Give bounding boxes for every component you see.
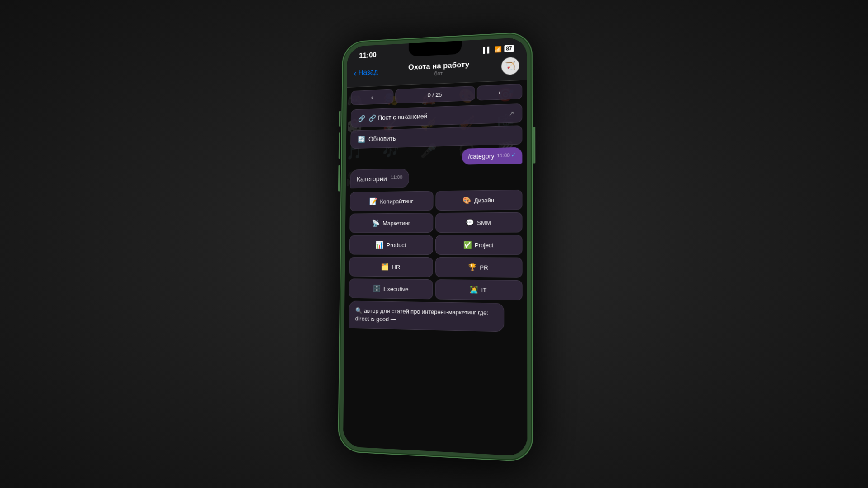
back-label: Назад (359, 68, 378, 77)
chat-area: ‹ 0 / 25 › 🔗 🔗 Пост с вакансией ↗ (343, 80, 527, 456)
bottom-message: 🔍 автор для статей про интернет-маркетин… (349, 301, 504, 332)
pr-icon: 🏆 (468, 263, 477, 271)
page-number: 0 / 25 (395, 86, 475, 103)
smm-icon: 💬 (466, 219, 474, 227)
chevron-left-icon: ‹ (354, 68, 356, 78)
external-link-icon: ↗ (509, 110, 514, 117)
signal-icon: ▌▌ (483, 46, 491, 53)
hr-icon: 🗂️ (381, 263, 390, 271)
user-message-text: /category (468, 152, 494, 160)
category-it[interactable]: 👩‍💻 IT (435, 279, 523, 300)
design-icon: 🎨 (463, 196, 472, 204)
update-button[interactable]: 🔄 Обновить (350, 125, 522, 149)
side-button-vol-down (338, 165, 340, 191)
post-label: 🔗 Пост с вакансией (369, 113, 428, 122)
category-marketing[interactable]: 📡 Маркетинг (349, 213, 433, 233)
user-message-time: 11:00 ✓ (497, 152, 516, 159)
avatar[interactable]: 🏹 (501, 56, 519, 75)
categories-time: 11:00 (391, 174, 403, 180)
category-design[interactable]: 🎨 Дизайн (435, 190, 523, 211)
link-icon: 🔗 (358, 115, 365, 122)
nav-center: Охота на работу бот (408, 60, 469, 78)
side-button-mute (339, 111, 340, 127)
update-button-content: 🔄 Обновить (358, 135, 396, 143)
check-icon: ✓ (511, 152, 516, 158)
project-icon: ✅ (463, 241, 472, 249)
search-icon: 🔍 (355, 307, 362, 314)
copywriting-label: Копирайтинг (380, 197, 413, 205)
status-icons: ▌▌ 📶 87 (483, 45, 514, 53)
message-time: 11:00 (497, 152, 510, 158)
categories-title: Категории (357, 175, 387, 183)
marketing-label: Маркетинг (382, 220, 410, 226)
battery-badge: 87 (504, 45, 514, 52)
categories-message: Категории 11:00 (350, 169, 409, 188)
pagination-row: ‹ 0 / 25 › (351, 84, 522, 105)
wifi-icon: 📶 (494, 46, 501, 53)
category-grid: 📝 Копирайтинг 🎨 Дизайн 📡 Маркетинг (349, 190, 523, 300)
chat-content: ‹ 0 / 25 › 🔗 🔗 Пост с вакансией ↗ (344, 80, 528, 336)
phone-frame: 11:00 ▌▌ 📶 87 ‹ Назад Охота на работу бо… (338, 32, 533, 462)
scene: 11:00 ▌▌ 📶 87 ‹ Назад Охота на работу бо… (0, 0, 868, 488)
category-hr[interactable]: 🗂️ HR (349, 257, 433, 277)
refresh-icon: 🔄 (358, 136, 365, 143)
post-vacancy-button[interactable]: 🔗 🔗 Пост с вакансией ↗ (351, 103, 523, 128)
product-label: Product (387, 242, 406, 249)
executive-label: Executive (383, 285, 408, 292)
category-project[interactable]: ✅ Project (435, 235, 522, 255)
design-label: Дизайн (474, 197, 494, 204)
hr-label: HR (392, 263, 400, 270)
side-button-vol-up (339, 132, 340, 159)
notch (409, 41, 462, 56)
prev-page-button[interactable]: ‹ (351, 89, 393, 105)
side-button-power (533, 127, 535, 163)
category-product[interactable]: 📊 Product (349, 235, 433, 255)
phone-screen: 11:00 ▌▌ 📶 87 ‹ Назад Охота на работу бо… (343, 37, 527, 456)
category-smm[interactable]: 💬 SMM (435, 212, 523, 233)
category-copywriting[interactable]: 📝 Копирайтинг (350, 191, 433, 211)
it-label: IT (481, 286, 487, 293)
bottom-message-text: автор для статей про интернет-маркетинг … (355, 307, 488, 323)
update-label: Обновить (368, 135, 396, 142)
executive-icon: 🗄️ (373, 285, 381, 293)
pr-label: PR (480, 264, 488, 271)
category-executive[interactable]: 🗄️ Executive (349, 278, 433, 299)
it-icon: 👩‍💻 (470, 286, 478, 294)
project-label: Project (475, 241, 493, 248)
user-message-category: /category 11:00 ✓ (462, 147, 522, 165)
product-icon: 📊 (376, 241, 384, 249)
copywriting-icon: 📝 (369, 197, 377, 206)
post-button-content: 🔗 🔗 Пост с вакансией (358, 113, 427, 122)
smm-label: SMM (477, 219, 491, 226)
back-button[interactable]: ‹ Назад (354, 67, 378, 78)
marketing-icon: 📡 (372, 219, 380, 227)
next-page-button[interactable]: › (477, 84, 522, 101)
category-pr[interactable]: 🏆 PR (435, 257, 522, 278)
avatar-icon: 🏹 (505, 61, 515, 71)
status-time: 11:00 (359, 51, 377, 60)
